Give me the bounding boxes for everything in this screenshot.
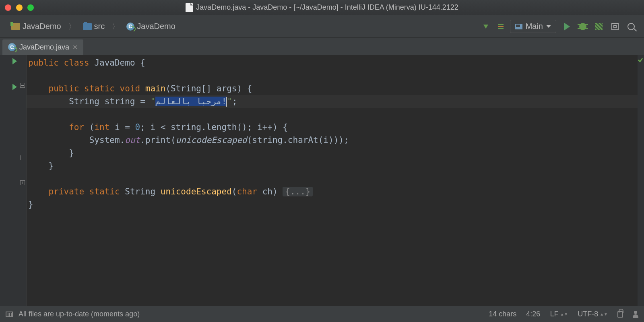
line-separator[interactable]: LF▲▼ — [550, 310, 568, 318]
breadcrumb-label: JavaDemo — [23, 22, 61, 31]
project-icon — [11, 23, 20, 30]
editor[interactable]: public class JavaDemo { public static vo… — [0, 55, 644, 306]
arrow-down-icon — [483, 25, 488, 29]
tab-label: JavaDemo.java — [19, 43, 69, 52]
breadcrumb-project[interactable]: JavaDemo — [7, 20, 65, 33]
fold-expand-icon[interactable] — [20, 180, 25, 185]
run-configuration-selector[interactable]: Main — [510, 20, 556, 33]
structure-icon — [611, 23, 619, 30]
coverage-button[interactable] — [593, 21, 605, 32]
hector-inspector[interactable] — [633, 311, 638, 318]
window-title: JavaDemo.java - JavaDemo - [~/JavaDemo] … — [196, 3, 458, 12]
window-zoom-button[interactable] — [27, 4, 34, 11]
close-icon[interactable]: ✕ — [72, 43, 78, 51]
search-everywhere-button[interactable] — [625, 21, 637, 32]
file-encoding[interactable]: UTF-8▲▼ — [578, 310, 608, 318]
selection-length[interactable]: 14 chars — [489, 310, 516, 318]
project-structure-button[interactable] — [609, 21, 621, 32]
editor-tabs: JavaDemo.java ✕ — [0, 38, 644, 55]
run-method-gutter-icon[interactable] — [12, 84, 17, 90]
run-class-gutter-icon[interactable] — [12, 58, 17, 64]
navigation-bar: JavaDemo 〉 src 〉 JavaDemo Main — [0, 15, 644, 38]
status-message: All files are up-to-date (moments ago) — [19, 310, 140, 318]
error-stripe[interactable] — [638, 55, 644, 306]
fold-collapse-icon[interactable] — [20, 83, 25, 88]
file-icon — [186, 3, 193, 12]
lock-icon — [617, 311, 623, 318]
bug-icon — [579, 23, 586, 30]
window-close-button[interactable] — [5, 4, 11, 11]
inspector-icon — [633, 311, 638, 318]
chevron-down-icon — [546, 25, 551, 28]
editor-gutter-folding[interactable] — [19, 55, 27, 306]
tool-windows-icon[interactable] — [6, 312, 13, 317]
class-icon — [126, 23, 134, 31]
breadcrumb-label: JavaDemo — [137, 22, 175, 31]
status-bar: All files are up-to-date (moments ago) 1… — [0, 306, 644, 322]
class-icon — [8, 43, 16, 51]
code-area[interactable]: public class JavaDemo { public static vo… — [27, 55, 644, 306]
breadcrumb-src[interactable]: src — [79, 20, 109, 33]
inspection-ok-icon[interactable] — [638, 57, 643, 63]
breadcrumb-label: src — [94, 22, 105, 31]
coverage-icon — [595, 23, 603, 30]
chevron-right-icon: 〉 — [68, 22, 76, 31]
run-config-label: Main — [526, 22, 543, 31]
run-config-icon — [515, 24, 522, 29]
fold-end-icon — [20, 155, 25, 160]
breadcrumb: JavaDemo 〉 src 〉 JavaDemo — [7, 20, 180, 33]
folded-region[interactable]: {...} — [283, 187, 313, 196]
vcs-status-button[interactable] — [496, 21, 505, 32]
caret-position[interactable]: 4:26 — [526, 310, 540, 318]
debug-button[interactable] — [577, 21, 588, 32]
run-button[interactable] — [561, 21, 572, 32]
breadcrumb-class[interactable]: JavaDemo — [122, 20, 180, 33]
chevron-right-icon: 〉 — [111, 22, 120, 31]
vcs-bars-icon — [498, 23, 504, 30]
window-minimize-button[interactable] — [16, 4, 23, 11]
play-icon — [564, 23, 570, 31]
editor-gutter-icons[interactable] — [0, 55, 19, 306]
search-icon — [627, 23, 635, 30]
vcs-update-button[interactable] — [480, 21, 491, 32]
macos-titlebar: JavaDemo.java - JavaDemo - [~/JavaDemo] … — [0, 0, 644, 15]
editor-tab[interactable]: JavaDemo.java ✕ — [2, 39, 83, 55]
folder-icon — [83, 23, 92, 30]
readonly-toggle[interactable] — [617, 311, 623, 318]
